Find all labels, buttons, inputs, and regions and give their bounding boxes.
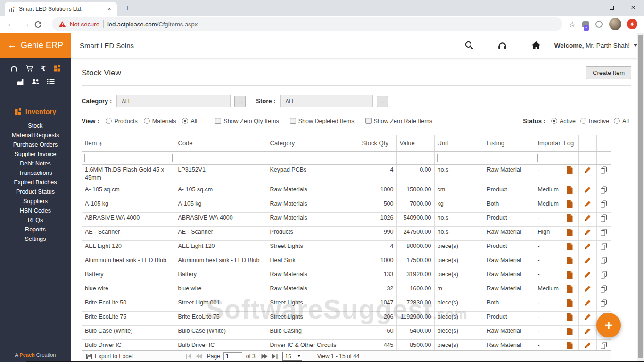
first-page-icon[interactable]: [186, 354, 192, 359]
copy-icon[interactable]: [600, 257, 607, 264]
checkbox-option[interactable]: Show Zero Qty Items: [215, 118, 279, 124]
copy-icon[interactable]: [600, 229, 607, 236]
radio-option[interactable]: Inactive: [580, 118, 609, 124]
col-value[interactable]: Value: [396, 135, 434, 152]
col-log[interactable]: Log: [561, 135, 578, 152]
window-minimize-button[interactable]: —: [579, 0, 601, 16]
prev-page-icon[interactable]: [196, 354, 202, 359]
edit-pencil-icon[interactable]: [584, 285, 591, 292]
sidebar-item-material-requests[interactable]: Material Requests: [0, 131, 71, 140]
log-document-icon[interactable]: [566, 229, 573, 236]
store-picker[interactable]: ALL: [280, 95, 373, 107]
edit-pencil-icon[interactable]: [584, 342, 591, 349]
radio-icon[interactable]: [144, 118, 150, 124]
log-document-icon[interactable]: [566, 342, 573, 349]
log-document-icon[interactable]: [566, 271, 573, 279]
sidebar-item-debit-notes[interactable]: Debit Notes: [0, 159, 71, 168]
copy-icon[interactable]: [600, 166, 607, 174]
last-page-icon[interactable]: [272, 354, 278, 359]
window-close-button[interactable]: ✕: [622, 0, 644, 16]
edit-pencil-icon[interactable]: [584, 328, 591, 335]
log-document-icon[interactable]: [566, 328, 573, 335]
checkbox-icon[interactable]: [290, 118, 296, 124]
radio-option[interactable]: All: [614, 118, 629, 124]
edit-pencil-icon[interactable]: [584, 313, 591, 321]
col-importance[interactable]: Importar: [535, 135, 561, 152]
copy-icon[interactable]: [600, 243, 607, 250]
listing-filter-input[interactable]: [487, 154, 532, 162]
home-icon[interactable]: [531, 41, 541, 50]
headset-icon[interactable]: [10, 65, 18, 72]
export-to-excel-button[interactable]: Export to Excel: [86, 353, 133, 360]
window-maximize-button[interactable]: [601, 0, 622, 16]
log-document-icon[interactable]: [566, 200, 573, 208]
log-document-icon[interactable]: [566, 166, 573, 174]
item-filter-input[interactable]: [84, 154, 173, 162]
edit-pencil-icon[interactable]: [584, 200, 591, 207]
list-icon[interactable]: [47, 78, 55, 85]
radio-icon[interactable]: [580, 118, 586, 124]
search-icon[interactable]: [464, 41, 474, 50]
checkbox-option[interactable]: Show Depleted Items: [290, 118, 355, 124]
extension-update-icon[interactable]: [624, 19, 640, 29]
create-item-button[interactable]: Create Item: [586, 66, 631, 79]
back-icon[interactable]: ←: [4, 19, 18, 29]
edit-pencil-icon[interactable]: [584, 214, 591, 222]
log-document-icon[interactable]: [566, 214, 573, 222]
copy-icon[interactable]: [600, 214, 607, 222]
sidebar-item-reports[interactable]: Reports: [0, 225, 71, 234]
radio-icon[interactable]: [614, 118, 620, 124]
radio-icon[interactable]: [551, 118, 557, 124]
copy-icon[interactable]: [600, 299, 607, 307]
add-item-fab[interactable]: +: [596, 313, 621, 337]
next-page-icon[interactable]: [261, 354, 268, 359]
checkbox-option[interactable]: Show Zero Rate Items: [365, 118, 432, 124]
sidebar-item-settings[interactable]: Settings: [0, 234, 71, 244]
forward-icon[interactable]: →: [19, 19, 33, 29]
col-listing[interactable]: Listing: [484, 135, 535, 152]
category-picker[interactable]: ALL: [116, 95, 231, 107]
url-text[interactable]: led.actplease.com/CfgItems.aspx: [107, 21, 198, 28]
edit-pencil-icon[interactable]: [584, 257, 591, 264]
radio-icon[interactable]: [106, 118, 112, 124]
users-icon[interactable]: [32, 78, 40, 85]
scrollbar-thumb[interactable]: [638, 35, 643, 358]
category-browse-button[interactable]: ...: [234, 96, 246, 107]
sidebar-item-transactions[interactable]: Transactions: [0, 168, 71, 178]
copy-icon[interactable]: [600, 186, 607, 194]
checkbox-icon[interactable]: [365, 118, 372, 124]
browser-tab[interactable]: Smart LED Solutions Ltd. ✕: [5, 2, 117, 16]
page-scrollbar[interactable]: [637, 33, 644, 362]
checkbox-icon[interactable]: [215, 118, 221, 124]
brand-genie-erp[interactable]: ← Genie ERP: [0, 33, 71, 58]
log-document-icon[interactable]: [566, 243, 573, 250]
copy-icon[interactable]: [600, 342, 607, 349]
edit-pencil-icon[interactable]: [584, 186, 591, 193]
extension-chat-icon[interactable]: ?: [579, 21, 592, 27]
store-browse-button[interactable]: ...: [377, 96, 388, 107]
importance-filter-input[interactable]: [537, 154, 558, 162]
log-document-icon[interactable]: [566, 285, 573, 293]
unit-filter-input[interactable]: [437, 154, 481, 162]
new-tab-button[interactable]: +: [121, 2, 134, 15]
edit-pencil-icon[interactable]: [584, 299, 591, 306]
sort-icon[interactable]: ▲▼: [99, 141, 102, 146]
extension-sync-icon[interactable]: [593, 21, 605, 28]
back-arrow-icon[interactable]: ←: [8, 40, 17, 50]
radio-option[interactable]: Active: [551, 118, 576, 124]
modules-grid-icon[interactable]: [53, 65, 61, 72]
factory-icon[interactable]: [16, 78, 24, 85]
edit-pencil-icon[interactable]: [584, 271, 591, 278]
col-unit[interactable]: Unit: [434, 135, 484, 152]
log-document-icon[interactable]: [566, 299, 573, 307]
radio-option[interactable]: All: [182, 118, 197, 124]
col-item[interactable]: Item▲▼: [82, 135, 175, 152]
bookmark-star-icon[interactable]: ☆: [566, 20, 578, 29]
sidebar-item-product-status[interactable]: Product Status: [0, 187, 71, 197]
sidebar-item-stock[interactable]: Stock: [0, 121, 71, 131]
sidebar-section-inventory[interactable]: Inventory: [15, 108, 56, 115]
support-headset-icon[interactable]: [497, 41, 507, 50]
page-size-select[interactable]: 15▼: [282, 352, 302, 361]
log-document-icon[interactable]: [566, 313, 573, 321]
radio-option[interactable]: Materials: [144, 118, 176, 124]
